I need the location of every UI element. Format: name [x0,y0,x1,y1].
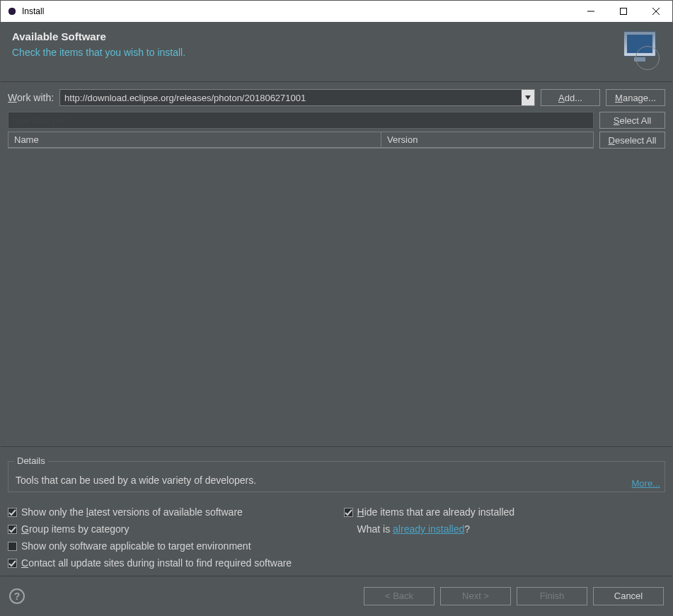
install-wizard-icon [620,30,660,70]
section-divider [1,446,672,447]
work-with-row: Work with: Add... Manage... [8,89,665,106]
opt-target[interactable]: Show only software applicable to target … [8,540,330,552]
cancel-button[interactable]: Cancel [593,587,664,605]
opt-hide-checkbox[interactable] [344,508,353,517]
finish-button[interactable]: Finish [517,587,587,605]
column-version[interactable]: Version [381,132,593,147]
manage-button[interactable]: Manage... [606,89,665,106]
banner-title: Available Software [12,30,185,42]
filter-input[interactable] [8,115,593,126]
opt-group[interactable]: Group items by category [8,523,330,535]
maximize-button[interactable] [607,1,640,22]
details-group: Details Tools that can be used by a wide… [8,461,665,492]
details-more-link[interactable]: More... [632,478,660,489]
banner: Available Software Check the items that … [1,22,672,82]
svg-rect-1 [621,8,627,15]
client-area: Available Software Check the items that … [1,22,672,615]
next-button[interactable]: Next > [440,587,511,605]
work-with-input[interactable] [60,90,522,105]
opt-contact-checkbox[interactable] [8,559,17,568]
work-with-label: Work with: [8,92,54,103]
tree-header: Name Version [8,132,593,148]
minimize-button[interactable] [575,1,607,22]
window-title: Install [22,6,575,16]
filter-input-container[interactable] [8,112,594,129]
work-with-dropdown-button[interactable] [522,90,534,105]
opt-target-checkbox[interactable] [8,542,17,551]
opt-latest-checkbox[interactable] [8,508,17,517]
deselect-all-button[interactable]: Deselect All [599,132,665,149]
work-with-combo[interactable] [59,89,535,106]
opt-group-checkbox[interactable] [8,525,17,534]
back-button[interactable]: < Back [364,587,435,605]
app-icon [6,6,18,17]
svg-marker-4 [525,95,531,100]
opt-latest[interactable]: Show only the latest versions of availab… [8,506,330,518]
add-button[interactable]: Add... [541,89,600,106]
opt-contact[interactable]: Contact all update sites during install … [8,557,665,569]
what-is-installed: What is already installed? [344,523,666,535]
opt-hide[interactable]: Hide items that are already installed [344,506,666,518]
install-window: Install Available Software Check the ite… [0,0,673,616]
titlebar: Install [1,1,672,22]
wizard-footer: ? < Back Next > Finish Cancel [1,576,672,615]
help-icon[interactable]: ? [9,588,25,604]
details-text: Tools that can be used by a wide variety… [16,475,657,486]
details-legend: Details [14,455,48,466]
select-all-button[interactable]: Select All [599,112,665,129]
column-name[interactable]: Name [8,132,381,147]
options-grid: Show only the latest versions of availab… [8,504,665,576]
close-button[interactable] [640,1,672,22]
banner-subtitle: Check the items that you wish to install… [12,47,185,58]
software-tree[interactable]: Name Version Application Development Fra… [8,132,594,149]
already-installed-link[interactable]: already installed [393,523,464,535]
